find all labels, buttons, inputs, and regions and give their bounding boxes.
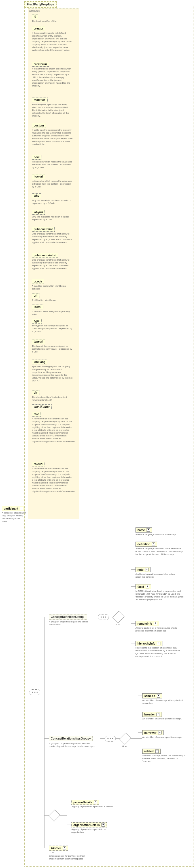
rel-narrower-desc: An identifier of a more specific concept… bbox=[142, 736, 185, 739]
rel-sameas[interactable]: sameAs+ bbox=[142, 693, 162, 699]
attr-any-other[interactable]: any ##other bbox=[32, 404, 52, 409]
rel-related[interactable]: related+ bbox=[142, 749, 161, 754]
any-other-desc: Extension point for provider-defined pro… bbox=[49, 855, 94, 860]
def-note-desc: Additional natural language information … bbox=[135, 573, 178, 579]
expand-icon[interactable]: + bbox=[157, 694, 160, 698]
root-desc: A person or organisation (e.g. group of … bbox=[2, 512, 27, 523]
attr-custom-desc: If set to true the corresponding propert… bbox=[32, 129, 72, 146]
attr-modified-desc: The date (and, optionally, the time) whe… bbox=[32, 103, 72, 117]
attr-qcode[interactable]: qcode bbox=[32, 279, 44, 284]
diagram-canvas: Flex1PartyPropType participant − A perso… bbox=[0, 0, 195, 868]
collapse-icon[interactable]: − bbox=[89, 737, 91, 740]
expand-icon[interactable]: + bbox=[158, 731, 162, 735]
rel-related-desc: A related concept, where the relationshi… bbox=[142, 754, 188, 763]
expand-icon[interactable]: + bbox=[154, 622, 157, 625]
attributes-label: attributes bbox=[29, 9, 40, 12]
attr-dir[interactable]: dir bbox=[32, 390, 39, 395]
any-other-occ: 0..∞ bbox=[50, 851, 54, 854]
attr-creatoruri-desc: If the attribute is empty, specifies whi… bbox=[32, 67, 72, 87]
def-remoteinfo[interactable]: remoteInfo+ bbox=[135, 621, 159, 626]
def-facet-desc: In NAR 1.8 and later, facet is deprecate… bbox=[135, 590, 184, 601]
attr-xmllang[interactable]: xml:lang bbox=[32, 360, 47, 364]
organisation-details[interactable]: organisationDetails+ bbox=[71, 823, 107, 828]
concept-relationships-group[interactable]: ConceptRelationshipsGroup − bbox=[49, 736, 93, 741]
attr-whyuri-desc: Why the metadata has been included - exp… bbox=[32, 216, 72, 221]
expand-icon[interactable]: + bbox=[146, 585, 149, 588]
attr-type[interactable]: type bbox=[32, 319, 42, 323]
def-name-desc: A natural language name for the concept. bbox=[135, 533, 178, 536]
expand-icon[interactable]: + bbox=[147, 528, 150, 532]
attr-uri[interactable]: uri bbox=[32, 293, 39, 298]
attr-how[interactable]: how bbox=[32, 155, 41, 160]
attr-id[interactable]: id bbox=[32, 14, 38, 19]
attr-pubconstrainturi[interactable]: pubconstrainturi bbox=[32, 253, 58, 258]
expand-icon[interactable]: + bbox=[152, 542, 155, 546]
attr-howuri[interactable]: howuri bbox=[32, 174, 45, 179]
any-other-element[interactable]: ##other+ bbox=[49, 846, 68, 851]
rel-sameas-desc: An identifier of a concept with equivale… bbox=[142, 699, 185, 705]
expand-icon[interactable]: + bbox=[63, 846, 66, 850]
attr-typeuri[interactable]: typeuri bbox=[32, 339, 45, 344]
attr-type-desc: The type of the concept assigned as cont… bbox=[32, 324, 72, 333]
attr-modified[interactable]: modified bbox=[32, 97, 47, 102]
attr-creator-desc: If the property value is not defined, sp… bbox=[32, 32, 72, 52]
attr-roleuri[interactable]: roleuri bbox=[32, 462, 44, 466]
expand-icon[interactable]: + bbox=[157, 642, 160, 645]
attr-howuri-desc: Indicates by which means the value was e… bbox=[32, 180, 72, 188]
def-name[interactable]: name+ bbox=[135, 527, 152, 532]
attr-literal-desc: A free-text value assigned as property v… bbox=[32, 310, 72, 316]
def-definition[interactable]: definition+ bbox=[135, 541, 157, 547]
root-sequence bbox=[30, 689, 40, 695]
def-hierarchyinfo-desc: Represents the position of a concept in … bbox=[135, 647, 184, 658]
concept-definition-group-desc: A group of properties required to define… bbox=[49, 620, 91, 626]
expand-icon[interactable]: + bbox=[145, 568, 149, 571]
attr-creatoruri[interactable]: creatoruri bbox=[32, 62, 49, 67]
attr-pubconstraint[interactable]: pubconstraint bbox=[32, 227, 55, 232]
rel-narrower[interactable]: narrower+ bbox=[142, 730, 164, 735]
attr-pubconstraint-desc: One or many constraints that apply to pu… bbox=[32, 232, 72, 244]
concept-definition-group[interactable]: ConceptDefinitionGroup − bbox=[49, 614, 87, 620]
person-details[interactable]: personDetails+ bbox=[71, 800, 99, 805]
relgroup-occ: 0..∞ bbox=[123, 745, 127, 747]
def-definition-desc: A natural language definition of the sem… bbox=[135, 547, 184, 556]
defgroup-sequence bbox=[98, 614, 109, 620]
def-facet[interactable]: facet+ bbox=[135, 584, 151, 589]
attr-qcode-desc: A qualified code which identifies a conc… bbox=[32, 285, 72, 290]
attr-role-desc: A refinement of the semantics of the pro… bbox=[32, 417, 73, 443]
expand-icon[interactable]: + bbox=[157, 713, 160, 716]
organisation-details-desc: A group of properties specific to an org… bbox=[71, 828, 117, 834]
attr-literal[interactable]: literal bbox=[32, 305, 43, 309]
attr-uri-desc: A URI which identifies a bbox=[32, 299, 72, 302]
defgroup-occ: 0..∞ bbox=[116, 623, 120, 626]
attr-typeuri-desc: The type of the concept assigned as cont… bbox=[32, 345, 72, 353]
attr-why[interactable]: why bbox=[32, 193, 41, 198]
expand-icon[interactable]: + bbox=[101, 823, 105, 827]
attr-dir-desc: The directionality of textual content (e… bbox=[32, 396, 72, 402]
attr-creator[interactable]: creator bbox=[32, 26, 45, 31]
relgroup-sequence bbox=[105, 736, 116, 742]
attr-how-desc: Indicates by which means the value was e… bbox=[32, 160, 72, 169]
attr-role[interactable]: role bbox=[32, 412, 41, 416]
concept-relationships-group-desc: A group of properties required to indica… bbox=[49, 742, 97, 748]
attr-custom[interactable]: custom bbox=[32, 123, 46, 128]
attr-pubconstrainturi-desc: One or many constraints that apply to pu… bbox=[32, 258, 72, 270]
def-note[interactable]: note+ bbox=[135, 567, 151, 572]
expand-icon[interactable]: + bbox=[94, 801, 97, 804]
attr-roleuri-desc: A refinement of the semantics of the pro… bbox=[32, 467, 73, 493]
attr-why-desc: Why the metadata has been included - exp… bbox=[32, 199, 72, 205]
def-hierarchyinfo[interactable]: hierarchyInfo+ bbox=[135, 641, 162, 646]
attr-id-desc: The local identifier of the bbox=[32, 20, 71, 23]
attr-xmllang-desc: Specifies the language of this property … bbox=[32, 365, 72, 382]
collapse-icon[interactable]: − bbox=[84, 615, 85, 618]
rel-broader[interactable]: broader+ bbox=[142, 712, 162, 717]
expand-icon[interactable]: + bbox=[155, 749, 159, 753]
def-remoteinfo-desc: A link to an item or a web resource whic… bbox=[135, 627, 181, 632]
rel-broader-desc: An identifier of a more generic concept. bbox=[142, 717, 185, 720]
root-participant[interactable]: participant − bbox=[2, 506, 25, 511]
root-label: participant bbox=[4, 507, 18, 510]
collapse-icon[interactable]: − bbox=[20, 507, 23, 510]
person-details-desc: A group of properties specific to a pers… bbox=[71, 805, 114, 808]
attr-whyuri[interactable]: whyuri bbox=[32, 210, 45, 215]
